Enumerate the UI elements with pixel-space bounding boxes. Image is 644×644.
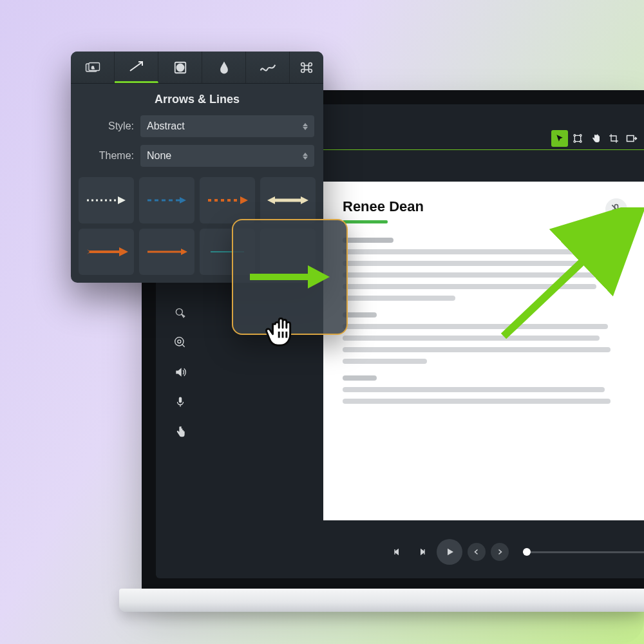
playhead[interactable] [523,548,531,556]
timeline-track[interactable] [523,551,644,553]
svg-point-1 [580,135,582,137]
svg-rect-4 [627,136,634,142]
arrow-tile-dashed-orange[interactable] [200,177,255,223]
svg-point-0 [574,135,576,137]
top-toolbar [551,129,644,148]
svg-point-2 [574,140,576,142]
arrow-tile-solid-orange[interactable] [139,229,194,275]
theme-select[interactable]: None [140,145,314,167]
prev-marker-button[interactable] [468,543,486,561]
arrow-tile-double-white[interactable] [260,177,316,223]
tab-shortcuts[interactable] [290,52,323,83]
tab-blur[interactable] [202,52,246,83]
svg-rect-8 [179,397,182,403]
step-forward-button[interactable] [412,542,431,562]
pointer-tool-button[interactable] [551,130,568,147]
step-back-button[interactable] [388,542,407,562]
laptop-base [119,589,644,612]
document-body [323,223,644,404]
hand-tool-button[interactable] [587,130,604,147]
mute-mic-icon[interactable] [605,198,627,220]
document-title: Renee Dean [323,182,644,220]
tab-freehand[interactable] [246,52,290,83]
audio-button[interactable] [171,363,189,381]
palette-tabs: a [71,52,323,84]
tab-text[interactable]: a [71,52,115,83]
grab-cursor-icon [263,309,303,349]
palette-title: Arrows & Lines [71,84,323,113]
select-stepper-icon [303,153,308,160]
arrow-tile-dotted-white[interactable] [79,177,134,223]
svg-point-3 [580,140,582,142]
arrow-tile-dashed-blue[interactable] [139,177,194,223]
tab-shapes[interactable] [158,52,202,83]
crop-tool-button[interactable] [605,130,622,147]
canvas-document[interactable]: Renee Dean [323,182,644,520]
resize-tool-button[interactable] [623,130,640,147]
svg-line-15 [130,62,142,71]
style-select[interactable]: Abstract [140,115,314,137]
play-button[interactable] [437,539,462,565]
cursor-effects-button[interactable] [171,304,189,322]
svg-point-6 [178,340,181,343]
bounding-tool-button[interactable] [569,130,586,147]
playback-bar [156,535,644,569]
select-stepper-icon [303,123,308,130]
svg-point-17 [176,64,184,71]
theme-label: Theme: [80,150,134,162]
style-label: Style: [80,120,134,132]
arrow-tile-feather-orange[interactable] [79,229,134,275]
next-marker-button[interactable] [491,543,509,561]
interaction-button[interactable] [171,422,189,440]
svg-rect-13 [89,62,100,70]
microphone-button[interactable] [171,393,189,411]
left-tool-strip [167,304,193,440]
style-value: Abstract [147,120,185,132]
tab-arrows[interactable] [115,52,158,83]
theme-value: None [147,150,171,162]
spotlight-button[interactable] [171,334,189,352]
